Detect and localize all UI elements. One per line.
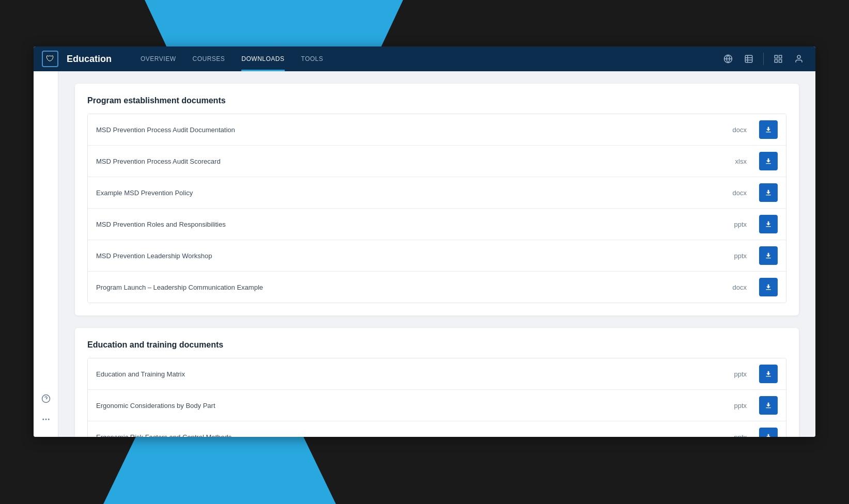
program-establishment-card: Program establishment documents MSD Prev… xyxy=(75,84,799,316)
globe-icon-btn[interactable] xyxy=(720,51,736,67)
download-button[interactable] xyxy=(759,278,778,296)
download-button[interactable] xyxy=(759,152,778,170)
doc-name: MSD Prevention Process Audit Scorecard xyxy=(96,158,716,165)
help-icon-btn[interactable] xyxy=(37,389,55,408)
nav-right-icons xyxy=(720,51,807,67)
section1-doc-list: MSD Prevention Process Audit Documentati… xyxy=(87,114,786,303)
more-options-icon-btn[interactable] xyxy=(37,410,55,429)
doc-row: Ergonomic Considerations by Body Part pp… xyxy=(88,390,786,421)
doc-type: pptx xyxy=(716,433,747,437)
nav-links: OVERVIEW COURSES DOWNLOADS TOOLS xyxy=(132,46,720,71)
nav-link-tools[interactable]: TOOLS xyxy=(293,46,332,71)
doc-name: Ergonomic Considerations by Body Part xyxy=(96,402,716,410)
table-icon-btn[interactable] xyxy=(740,51,757,67)
doc-name: Ergonomic Risk Factors and Control Metho… xyxy=(96,433,716,437)
svg-rect-8 xyxy=(779,60,782,62)
nav-link-downloads[interactable]: DOWNLOADS xyxy=(233,46,292,71)
svg-rect-6 xyxy=(775,55,777,58)
main-content: Program establishment documents MSD Prev… xyxy=(58,71,815,437)
download-button[interactable] xyxy=(759,428,778,437)
doc-row: MSD Prevention Roles and Responsibilitie… xyxy=(88,209,786,240)
doc-name: Program Launch – Leadership Communicatio… xyxy=(96,284,716,291)
doc-row: Education and Training Matrix pptx xyxy=(88,358,786,390)
doc-name: Education and Training Matrix xyxy=(96,370,716,378)
doc-type: xlsx xyxy=(716,158,747,165)
svg-point-15 xyxy=(48,419,49,420)
education-training-card: Education and training documents Educati… xyxy=(75,328,799,437)
doc-name: Example MSD Prevention Policy xyxy=(96,189,716,197)
doc-row: MSD Prevention Leadership Workshop pptx xyxy=(88,240,786,272)
svg-rect-2 xyxy=(745,55,752,62)
doc-type: pptx xyxy=(716,402,747,410)
svg-rect-7 xyxy=(779,55,782,58)
app-frame: 🛡 Education OVERVIEW COURSES DOWNLOADS T… xyxy=(34,46,815,437)
doc-name: MSD Prevention Roles and Responsibilitie… xyxy=(96,220,716,228)
user-icon-btn[interactable] xyxy=(791,51,807,67)
doc-type: pptx xyxy=(716,370,747,378)
svg-rect-9 xyxy=(775,60,777,62)
bg-shape-bottom xyxy=(103,432,336,504)
svg-point-10 xyxy=(797,55,800,58)
doc-row: Program Launch – Leadership Communicatio… xyxy=(88,272,786,303)
download-button[interactable] xyxy=(759,183,778,202)
nav-divider xyxy=(763,53,764,65)
doc-row: Ergonomic Risk Factors and Control Metho… xyxy=(88,421,786,437)
shield-icon: 🛡 xyxy=(46,54,54,64)
section1-title: Program establishment documents xyxy=(87,96,786,105)
doc-name: MSD Prevention Leadership Workshop xyxy=(96,252,716,260)
nav-brand: Education xyxy=(67,54,112,65)
download-button[interactable] xyxy=(759,215,778,233)
sidebar xyxy=(34,71,58,437)
doc-type: docx xyxy=(716,189,747,197)
doc-name: MSD Prevention Process Audit Documentati… xyxy=(96,126,716,134)
nav-link-overview[interactable]: OVERVIEW xyxy=(132,46,184,71)
app-logo[interactable]: 🛡 xyxy=(42,51,58,67)
doc-type: pptx xyxy=(716,220,747,228)
section2-title: Education and training documents xyxy=(87,340,786,350)
doc-row: MSD Prevention Process Audit Documentati… xyxy=(88,114,786,146)
nav-link-courses[interactable]: COURSES xyxy=(184,46,233,71)
doc-type: pptx xyxy=(716,252,747,260)
svg-point-14 xyxy=(45,419,47,420)
nav-bar: 🛡 Education OVERVIEW COURSES DOWNLOADS T… xyxy=(34,46,815,71)
download-button[interactable] xyxy=(759,396,778,415)
section2-doc-list: Education and Training Matrix pptx Ergon… xyxy=(87,358,786,437)
download-button[interactable] xyxy=(759,365,778,383)
grid-icon-btn[interactable] xyxy=(770,51,786,67)
doc-row: Example MSD Prevention Policy docx xyxy=(88,177,786,209)
doc-type: docx xyxy=(716,126,747,134)
doc-row: MSD Prevention Process Audit Scorecard x… xyxy=(88,146,786,177)
svg-point-13 xyxy=(42,419,44,420)
download-button[interactable] xyxy=(759,120,778,139)
doc-type: docx xyxy=(716,284,747,291)
download-button[interactable] xyxy=(759,246,778,265)
